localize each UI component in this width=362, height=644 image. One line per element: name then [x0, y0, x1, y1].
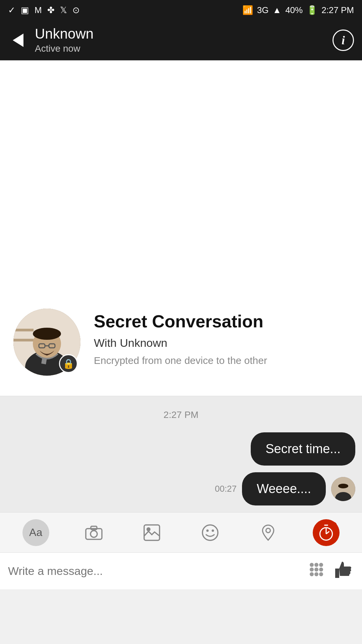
aa-label: Aa [29, 526, 42, 539]
message-bubble: Weeee.... [242, 472, 326, 505]
message-input-bar [0, 552, 362, 589]
signal-icon: ▲ [273, 5, 281, 15]
message-text: Secret time... [265, 442, 341, 456]
svg-rect-2 [13, 329, 34, 331]
text-input-button[interactable]: Aa [22, 519, 49, 546]
svg-point-29 [310, 568, 314, 572]
thumbs-up-icon [333, 558, 354, 580]
svg-point-31 [310, 572, 314, 576]
status-icons-right: 📶 3G ▲ 40% 🔋 2:27 PM [242, 5, 354, 15]
lock-icon: 🔒 [63, 358, 74, 369]
message-time: 00:27 [215, 484, 237, 494]
svg-rect-3 [13, 339, 34, 341]
emoji-grid-button[interactable] [307, 560, 326, 582]
toolbar-left: Unknown Active now [8, 26, 94, 54]
screen-icon: ▣ [21, 5, 29, 15]
back-arrow-icon [13, 34, 23, 47]
svg-point-30 [314, 568, 318, 572]
message-input[interactable] [8, 565, 300, 578]
svg-point-33 [319, 563, 323, 567]
status-bar: ✓ ▣ M ✤ 𝕏 ⊙ 📶 3G ▲ 40% 🔋 2:27 PM [0, 0, 362, 20]
battery-label: 40% [285, 5, 303, 15]
svg-point-22 [266, 528, 270, 533]
svg-point-21 [212, 529, 214, 532]
secret-description: Encrypted from one device to the other [94, 354, 349, 368]
back-button[interactable] [8, 30, 28, 50]
svg-point-15 [90, 531, 97, 537]
timer-icon [318, 524, 334, 541]
chat-toolbar: Unknown Active now i [0, 20, 362, 60]
input-toolbar: Aa [0, 512, 362, 552]
secret-banner: 🔒 Secret Conversation With Unknown Encry… [0, 288, 362, 396]
info-icon: i [342, 33, 345, 47]
messages-section: 2:27 PM Secret time... 00:27 Weeee.... [0, 396, 362, 512]
camera-button[interactable] [80, 519, 107, 546]
svg-point-6 [33, 328, 61, 340]
emoji-button[interactable] [197, 519, 224, 546]
empty-chat-area [0, 60, 362, 288]
check-icon: ✓ [8, 5, 15, 15]
battery-icon: 🔋 [307, 5, 317, 15]
twitter-icon: 𝕏 [60, 5, 67, 15]
camera-icon [85, 525, 103, 540]
message-timestamp: 2:27 PM [7, 410, 355, 420]
sync-icon: ✤ [47, 5, 55, 15]
svg-point-20 [206, 529, 208, 532]
image-icon [143, 524, 161, 541]
sender-avatar-image [331, 477, 355, 501]
sender-avatar [331, 477, 355, 501]
time-label: 2:27 PM [321, 5, 354, 15]
lock-badge: 🔒 [59, 354, 78, 373]
svg-point-35 [319, 572, 323, 576]
message-row: 00:27 Weeee.... [7, 472, 355, 505]
avatar-wrapper: 🔒 [13, 309, 80, 376]
shield-icon: ⊙ [72, 5, 80, 15]
location-icon [261, 524, 276, 541]
svg-point-28 [314, 563, 318, 567]
svg-point-34 [319, 568, 323, 572]
message-text: Weeee.... [257, 482, 311, 496]
info-button[interactable]: i [333, 30, 354, 51]
secret-with: With Unknown [94, 336, 349, 350]
message-bubble: Secret time... [251, 432, 355, 466]
contact-status: Active now [35, 43, 94, 54]
location-button[interactable] [255, 519, 282, 546]
message-row: Secret time... [7, 432, 355, 466]
network-label: 3G [257, 5, 269, 15]
secret-title: Secret Conversation [94, 312, 349, 331]
toolbar-title: Unknown Active now [35, 26, 94, 54]
contact-name: Unknown [35, 26, 94, 42]
messages-list: Secret time... 00:27 Weeee.... [7, 432, 355, 505]
status-icons-left: ✓ ▣ M ✤ 𝕏 ⊙ [8, 5, 80, 15]
emoji-grid-icon [307, 560, 326, 579]
image-button[interactable] [138, 519, 165, 546]
thumbs-up-button[interactable] [333, 558, 354, 584]
timer-button[interactable] [313, 519, 340, 546]
wifi-icon: 📶 [242, 5, 253, 15]
email-icon: M [35, 5, 42, 15]
svg-point-19 [202, 525, 218, 540]
svg-point-32 [314, 572, 318, 576]
svg-point-27 [310, 563, 314, 567]
svg-point-13 [338, 484, 348, 488]
emoji-icon [201, 524, 219, 541]
secret-info: Secret Conversation With Unknown Encrypt… [94, 309, 349, 368]
svg-rect-16 [91, 526, 97, 530]
